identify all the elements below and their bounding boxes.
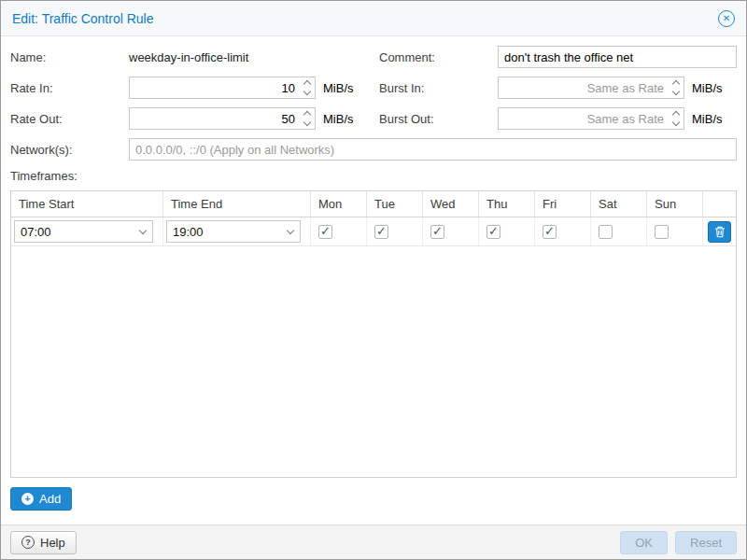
burst-out-input[interactable] [499, 108, 668, 129]
time-start-combo[interactable]: 07:00 [14, 220, 153, 243]
rate-out-label: Rate Out: [10, 112, 129, 126]
trash-icon [714, 226, 726, 238]
chevron-down-icon [139, 227, 147, 234]
help-button-label: Help [40, 536, 65, 550]
form-columns: Name: weekday-in-office-limit Rate In: M… [10, 46, 737, 138]
fri-checkbox[interactable] [543, 225, 557, 239]
burst-in-unit: MiB/s [692, 81, 723, 95]
help-button[interactable]: ? Help [10, 531, 77, 554]
close-icon[interactable]: ✕ [718, 10, 735, 27]
header-thu[interactable]: Thu [479, 191, 535, 217]
time-start-cell: 07:00 [11, 217, 163, 245]
mon-checkbox[interactable] [318, 225, 332, 239]
sat-cell [591, 217, 647, 245]
fri-cell [535, 217, 591, 245]
timeframes-table-header: Time Start Time End Mon Tue Wed Thu Fri … [11, 191, 736, 217]
mon-cell [311, 217, 367, 245]
rate-out-spinner-arrows[interactable] [299, 108, 315, 129]
rate-in-label: Rate In: [10, 81, 129, 95]
rate-out-input[interactable] [130, 108, 299, 129]
name-value: weekday-in-office-limit [129, 50, 248, 64]
timeframes-label: Timeframes: [10, 169, 737, 183]
wed-checkbox[interactable] [430, 225, 444, 239]
table-empty-area [11, 246, 736, 477]
rate-in-input[interactable] [130, 77, 299, 98]
header-actions [703, 191, 736, 217]
header-time-end[interactable]: Time End [163, 191, 311, 217]
rate-out-unit: MiB/s [323, 112, 354, 126]
burst-in-field-row: Burst In: MiB/s [379, 77, 737, 99]
dialog-body: Name: weekday-in-office-limit Rate In: M… [1, 36, 746, 525]
row-actions-cell [703, 217, 736, 245]
header-wed[interactable]: Wed [423, 191, 479, 217]
rate-in-unit: MiB/s [323, 81, 354, 95]
burst-out-field-row: Burst Out: MiB/s [379, 107, 737, 130]
dialog-header: Edit: Traffic Control Rule ✕ [1, 1, 746, 36]
burst-out-spinner [498, 107, 684, 130]
burst-in-input[interactable] [499, 77, 668, 98]
spinner-down-icon[interactable] [671, 88, 679, 95]
spinner-down-icon[interactable] [303, 119, 310, 126]
burst-out-label: Burst Out: [379, 112, 498, 126]
header-sat[interactable]: Sat [591, 191, 647, 217]
rate-in-spinner [129, 77, 316, 99]
burst-in-spinner-arrows[interactable] [668, 77, 684, 98]
sat-checkbox[interactable] [599, 225, 613, 239]
spinner-down-icon[interactable] [303, 88, 310, 95]
networks-input[interactable] [129, 138, 737, 161]
burst-out-unit: MiB/s [692, 112, 723, 126]
comment-input[interactable] [498, 46, 737, 68]
time-end-value: 19:00 [167, 225, 281, 239]
comment-label: Comment: [379, 50, 498, 64]
footer-actions: OK Reset [620, 531, 737, 554]
burst-in-label: Burst In: [379, 81, 498, 95]
rate-in-spinner-arrows[interactable] [299, 77, 315, 98]
header-mon[interactable]: Mon [311, 191, 367, 217]
chevron-down-icon [287, 227, 294, 234]
name-label: Name: [10, 50, 129, 64]
name-field-row: Name: weekday-in-office-limit [10, 46, 379, 68]
combo-trigger[interactable] [134, 221, 152, 242]
wed-cell [423, 217, 479, 245]
combo-trigger[interactable] [281, 221, 300, 242]
thu-cell [479, 217, 535, 245]
burst-in-spinner [498, 77, 684, 99]
reset-button[interactable]: Reset [675, 531, 737, 554]
time-end-cell: 19:00 [163, 217, 311, 245]
form-column-right: Comment: Burst In: MiB/s Burst O [379, 46, 737, 138]
tue-cell [367, 217, 423, 245]
add-button-label: Add [39, 492, 61, 506]
thu-checkbox[interactable] [486, 225, 500, 239]
tue-checkbox[interactable] [374, 225, 388, 239]
spinner-down-icon[interactable] [671, 119, 679, 126]
timeframes-table: Time Start Time End Mon Tue Wed Thu Fri … [10, 190, 737, 478]
ok-button[interactable]: OK [620, 531, 668, 554]
dialog-footer: ? Help OK Reset [1, 525, 746, 559]
dialog-title: Edit: Traffic Control Rule [12, 11, 153, 26]
header-time-start[interactable]: Time Start [11, 191, 163, 217]
question-circle-icon: ? [21, 536, 35, 549]
header-sun[interactable]: Sun [647, 191, 703, 217]
form-column-left: Name: weekday-in-office-limit Rate In: M… [10, 46, 379, 138]
time-start-value: 07:00 [15, 225, 134, 239]
plus-circle-icon: + [21, 493, 34, 505]
header-tue[interactable]: Tue [367, 191, 423, 217]
networks-field-row: Network(s): [10, 138, 737, 161]
burst-out-spinner-arrows[interactable] [668, 108, 684, 129]
networks-label: Network(s): [10, 143, 129, 157]
timeframe-row: 07:00 19:00 [11, 217, 736, 246]
comment-field-row: Comment: [379, 46, 737, 68]
traffic-control-rule-dialog: Edit: Traffic Control Rule ✕ Name: weekd… [0, 0, 747, 560]
delete-row-button[interactable] [708, 221, 731, 243]
header-fri[interactable]: Fri [535, 191, 591, 217]
rate-out-field-row: Rate Out: MiB/s [10, 107, 379, 130]
rate-out-spinner [129, 107, 316, 130]
add-button[interactable]: + Add [10, 487, 72, 511]
sun-checkbox[interactable] [655, 225, 669, 239]
rate-in-field-row: Rate In: MiB/s [10, 77, 379, 99]
time-end-combo[interactable]: 19:00 [166, 220, 301, 243]
sun-cell [647, 217, 703, 245]
